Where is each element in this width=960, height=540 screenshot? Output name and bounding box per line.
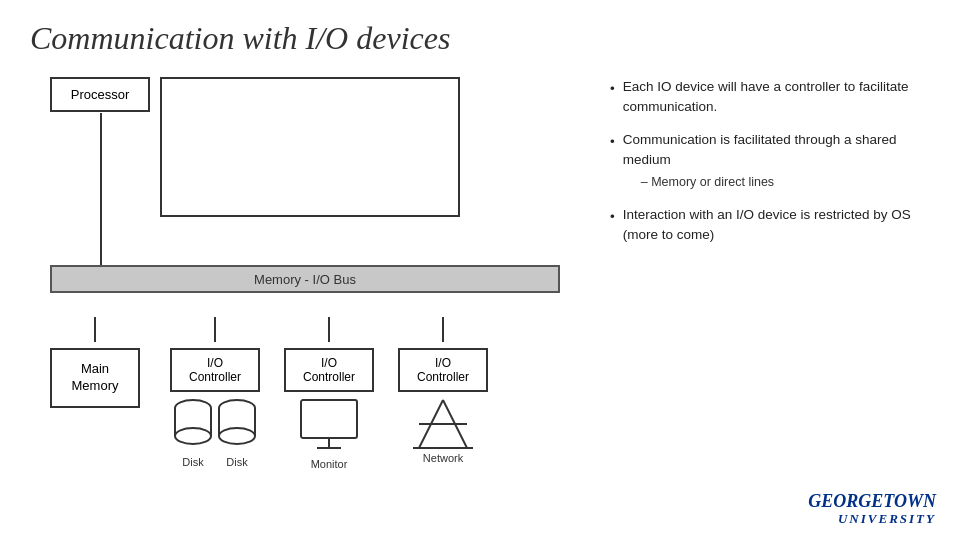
bullet-2-sub: – Memory or direct lines: [641, 173, 930, 191]
svg-rect-10: [301, 400, 357, 438]
bullet-1-dot: •: [610, 79, 615, 116]
bottom-row: MainMemory I/OController: [50, 317, 488, 470]
disk1-col: Disk: [173, 398, 213, 468]
monitor-col: Monitor: [299, 398, 359, 470]
diagram-area: Processor Communication Memory - I/O Bus: [30, 77, 590, 507]
io-controller-3: I/OController: [398, 348, 488, 392]
monitor-label: Monitor: [311, 458, 348, 470]
processor-label: Processor: [71, 87, 130, 102]
disk2-label: Disk: [226, 456, 247, 468]
io-ctrl-3-label: I/OController: [417, 356, 469, 384]
ctrl1-v-line: [214, 317, 216, 342]
bullets-area: • Each IO device will have a controller …: [610, 77, 930, 507]
gt-logo-line1: GEORGETOWN: [808, 492, 936, 512]
processor-box: Processor: [50, 77, 150, 112]
bus-label: Memory - I/O Bus: [254, 272, 356, 287]
slide: Communication with I/O devices Processor…: [0, 0, 960, 540]
main-memory-box: MainMemory: [50, 348, 140, 408]
monitor-icon: [299, 398, 359, 450]
network-area: Network: [409, 398, 477, 464]
bullet-1: • Each IO device will have a controller …: [610, 77, 930, 116]
bullet-1-content: Each IO device will have a controller to…: [623, 77, 930, 116]
bullet-2-text: Communication is facilitated through a s…: [623, 132, 897, 167]
io-ctrl-2-col: I/OController Monitor: [284, 317, 374, 470]
bullet-2-dot: •: [610, 132, 615, 191]
disk-row-1: Disk Disk: [173, 398, 257, 468]
ctrl3-v-line: [442, 317, 444, 342]
io-ctrl-1-col: I/OController Disk: [170, 317, 260, 468]
bullet-3-dot: •: [610, 207, 615, 244]
disk1-icon: [173, 398, 213, 448]
main-memory-label: MainMemory: [72, 361, 119, 395]
disk2-col: Disk: [217, 398, 257, 468]
slide-title: Communication with I/O devices: [30, 20, 930, 57]
bullet-3-text: Interaction with an I/O device is restri…: [623, 207, 911, 242]
network-label: Network: [423, 452, 463, 464]
io-controller-2: I/OController: [284, 348, 374, 392]
bullet-3-content: Interaction with an I/O device is restri…: [623, 205, 930, 244]
proc-vertical-line: [100, 113, 102, 267]
disk1-label: Disk: [182, 456, 203, 468]
io-ctrl-1-label: I/OController: [189, 356, 241, 384]
disk2-icon: [217, 398, 257, 448]
bullet-1-text: Each IO device will have a controller to…: [623, 79, 909, 114]
main-memory-col: MainMemory: [50, 317, 140, 408]
io-controller-1: I/OController: [170, 348, 260, 392]
main-mem-v-line: [94, 317, 96, 342]
network-icon: [409, 398, 477, 450]
content-area: Processor Communication Memory - I/O Bus: [30, 77, 930, 507]
svg-point-4: [175, 428, 211, 444]
gt-logo-line2: UNIVERSITY: [808, 512, 936, 526]
communication-box: [160, 77, 460, 217]
io-ctrl-2-label: I/OController: [303, 356, 355, 384]
georgetown-logo: GEORGETOWN UNIVERSITY: [808, 492, 936, 526]
bullet-3: • Interaction with an I/O device is rest…: [610, 205, 930, 244]
ctrl2-v-line: [328, 317, 330, 342]
bullet-2: • Communication is facilitated through a…: [610, 130, 930, 191]
svg-point-9: [219, 428, 255, 444]
bus-bar: Memory - I/O Bus: [50, 265, 560, 293]
io-ctrl-3-col: I/OController Network: [398, 317, 488, 464]
bullet-2-content: Communication is facilitated through a s…: [623, 130, 930, 191]
